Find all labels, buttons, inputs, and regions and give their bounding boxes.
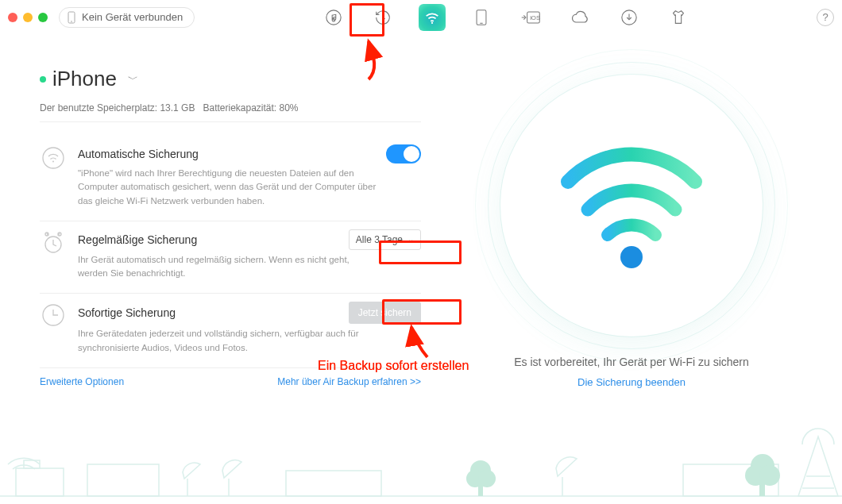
- auto-backup-title: Automatische Sicherung: [78, 148, 199, 160]
- footer-illustration: [0, 425, 842, 504]
- svg-rect-20: [683, 464, 778, 496]
- svg-rect-19: [286, 471, 381, 496]
- wifi-illustration: [500, 75, 763, 337]
- auto-backup-toggle[interactable]: [386, 144, 421, 164]
- cloud-icon: [570, 10, 589, 25]
- svg-text:iOS: iOS: [530, 14, 540, 21]
- device-dropdown-chevron[interactable]: ﹀: [125, 69, 141, 90]
- svg-point-28: [478, 470, 496, 487]
- chevron-down-icon: ⌄: [407, 235, 414, 244]
- phone-icon: [473, 9, 489, 26]
- interval-dropdown[interactable]: Alle 3 Tage ⌄: [349, 229, 421, 250]
- svg-point-30: [751, 454, 774, 478]
- annotation-caption: Ein Backup sofort erstellen: [318, 359, 469, 373]
- help-button[interactable]: ?: [817, 9, 834, 26]
- download-icon: [620, 9, 638, 26]
- svg-rect-5: [480, 22, 482, 23]
- nav-phone[interactable]: [468, 4, 495, 31]
- interval-value: Alle 3 Tage: [356, 234, 403, 245]
- to-ios-icon: iOS: [520, 9, 541, 26]
- window-close-button[interactable]: [8, 13, 17, 22]
- learn-more-link[interactable]: Mehr über Air Backup erfahren >>: [277, 376, 421, 387]
- help-label: ?: [822, 11, 828, 23]
- svg-point-15: [620, 246, 643, 268]
- wifi-icon: [423, 9, 441, 26]
- nav-download[interactable]: [616, 4, 643, 31]
- regular-backup-desc: Ihr Gerät automatisch und regelmäßig sic…: [78, 253, 380, 281]
- device-name: iPhone: [52, 67, 117, 91]
- nav-music[interactable]: [320, 4, 347, 31]
- svg-rect-29: [478, 482, 483, 496]
- auto-backup-icon: [40, 144, 67, 171]
- svg-rect-33: [759, 480, 765, 496]
- svg-point-10: [52, 161, 54, 163]
- advanced-options-link[interactable]: Erweiterte Optionen: [40, 376, 124, 387]
- auto-backup-desc: "iPhone" wird nach Ihrer Berechtigung di…: [78, 167, 380, 208]
- instant-backup-icon: [40, 302, 67, 329]
- svg-point-32: [759, 465, 780, 486]
- battery-label: Batteriekapazität: 80%: [203, 102, 298, 113]
- nav-icloud[interactable]: [566, 4, 593, 31]
- svg-point-27: [466, 470, 484, 487]
- top-nav: iOS: [199, 4, 812, 31]
- storage-label: Der benutzte Speicherplatz: 13.1 GB: [40, 102, 195, 113]
- device-select-pill[interactable]: Kein Gerät verbunden: [59, 7, 195, 28]
- history-icon: [374, 9, 392, 26]
- end-backup-link[interactable]: Die Sicherung beenden: [577, 376, 686, 388]
- instant-backup-desc: Ihre Gerätedaten jederzeit und vollständ…: [78, 327, 380, 355]
- svg-rect-18: [87, 464, 159, 496]
- window-zoom-button[interactable]: [38, 13, 48, 22]
- svg-rect-16: [16, 468, 64, 496]
- svg-point-26: [470, 460, 491, 481]
- device-status-label: Kein Gerät verbunden: [82, 11, 183, 23]
- nav-history[interactable]: [369, 4, 396, 31]
- nav-skin[interactable]: [665, 4, 692, 31]
- music-icon: [325, 9, 342, 26]
- window-minimize-button[interactable]: [23, 13, 33, 22]
- svg-point-3: [431, 21, 432, 23]
- svg-rect-17: [24, 460, 40, 468]
- backup-now-label: Jetzt sichern: [358, 307, 411, 318]
- backup-now-button[interactable]: Jetzt sichern: [349, 302, 421, 324]
- tshirt-icon: [670, 9, 687, 26]
- instant-backup-title: Sofortige Sicherung: [78, 306, 176, 319]
- regular-backup-icon: [40, 229, 67, 256]
- nav-wifi-backup[interactable]: [419, 4, 446, 31]
- svg-point-31: [745, 465, 766, 486]
- device-info-line: Der benutzte Speicherplatz: 13.1 GB Batt…: [40, 98, 421, 122]
- nav-to-ios[interactable]: iOS: [517, 4, 544, 31]
- svg-rect-1: [71, 21, 72, 21]
- regular-backup-title: Regelmäßige Sicherung: [78, 233, 197, 246]
- device-icon: [68, 11, 75, 24]
- status-dot: [40, 76, 46, 83]
- svg-rect-4: [477, 10, 486, 25]
